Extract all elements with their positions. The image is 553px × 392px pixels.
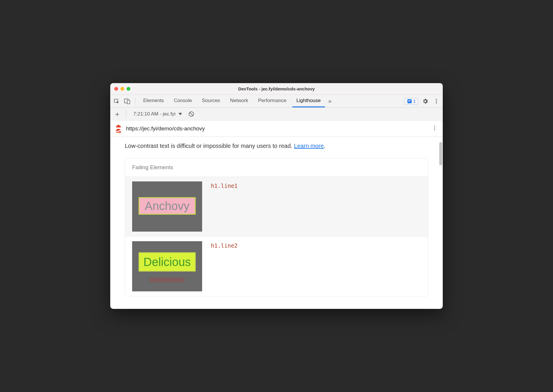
failing-element-row[interactable]: Delicious h1.line2 — [125, 236, 428, 296]
devtools-window: DevTools - jec.fyi/demo/cds-anchovy Elem… — [110, 83, 443, 309]
tabbar-right: 1 — [404, 97, 440, 105]
maximize-window-button[interactable] — [127, 87, 130, 91]
svg-line-10 — [190, 112, 193, 116]
svg-point-8 — [436, 102, 437, 104]
element-selector: h1.line2 — [211, 241, 238, 249]
chevron-down-icon — [178, 113, 182, 115]
inspect-icon[interactable] — [113, 97, 121, 105]
separator — [135, 98, 136, 104]
svg-rect-2 — [127, 100, 130, 104]
tab-sources[interactable]: Sources — [198, 95, 224, 107]
svg-marker-11 — [116, 125, 121, 127]
titlebar: DevTools - jec.fyi/demo/cds-anchovy — [110, 83, 443, 95]
window-title: DevTools - jec.fyi/demo/cds-anchovy — [110, 86, 443, 91]
tabs: Elements Console Sources Network Perform… — [139, 95, 404, 107]
period: . — [324, 143, 326, 149]
svg-point-15 — [434, 126, 435, 127]
svg-point-6 — [436, 99, 437, 100]
failing-element-row[interactable]: Anchovy h1.line1 — [125, 176, 428, 236]
learn-more-link[interactable]: Learn more — [294, 143, 324, 149]
report-url: https://jec.fyi/demo/cds-anchovy — [126, 125, 427, 132]
new-report-button[interactable]: ＋ — [113, 109, 121, 119]
lighthouse-toolbar: ＋ 7:21:10 AM - jec.fyi — [110, 108, 443, 120]
main-tabbar: Elements Console Sources Network Perform… — [110, 95, 443, 108]
tab-console[interactable]: Console — [170, 95, 196, 107]
report-content: Low-contrast text is difficult or imposs… — [110, 137, 443, 309]
settings-icon[interactable] — [421, 97, 429, 105]
report-menu-button[interactable] — [431, 125, 438, 132]
lighthouse-icon — [115, 125, 122, 133]
svg-point-17 — [434, 129, 435, 130]
element-thumbnail: Delicious — [132, 241, 202, 291]
issues-count: 1 — [413, 99, 416, 104]
tab-elements[interactable]: Elements — [139, 95, 168, 107]
report-select-label: 7:21:10 AM - jec.fyi — [133, 111, 176, 117]
failing-elements-header: Failing Elements — [125, 158, 428, 176]
svg-rect-4 — [408, 100, 411, 101]
svg-point-16 — [434, 127, 435, 129]
svg-rect-5 — [408, 101, 410, 102]
close-window-button[interactable] — [114, 87, 118, 91]
thumbnail-highlight: Anchovy — [139, 197, 196, 215]
tabbar-left — [113, 97, 137, 105]
report-urlbar: https://jec.fyi/demo/cds-anchovy — [110, 120, 443, 137]
kebab-menu-icon[interactable] — [432, 97, 440, 105]
tab-network[interactable]: Network — [226, 95, 252, 107]
failing-elements-box: Failing Elements Anchovy h1.line1 Delici… — [125, 158, 428, 296]
device-toggle-icon[interactable] — [123, 97, 131, 105]
element-selector: h1.line1 — [211, 181, 238, 189]
thumbnail-highlight: Delicious — [139, 252, 196, 272]
audit-description-text: Low-contrast text is difficult or imposs… — [125, 143, 294, 149]
svg-point-7 — [436, 101, 437, 102]
separator — [126, 111, 126, 117]
issues-badge[interactable]: 1 — [404, 98, 418, 105]
audit-description: Low-contrast text is difficult or imposs… — [125, 143, 428, 149]
traffic-lights — [110, 87, 130, 91]
minimize-window-button[interactable] — [120, 87, 124, 91]
svg-rect-12 — [117, 127, 120, 129]
tab-performance[interactable]: Performance — [254, 95, 290, 107]
scrollbar-thumb[interactable] — [439, 142, 442, 165]
report-select[interactable]: 7:21:10 AM - jec.fyi — [131, 111, 184, 117]
more-tabs-button[interactable]: » — [327, 98, 333, 104]
clear-report-button[interactable] — [187, 110, 195, 118]
issues-icon — [407, 99, 412, 104]
element-thumbnail: Anchovy — [132, 181, 202, 232]
thumbnail-blur — [150, 278, 185, 282]
tab-lighthouse[interactable]: Lighthouse — [292, 95, 325, 107]
